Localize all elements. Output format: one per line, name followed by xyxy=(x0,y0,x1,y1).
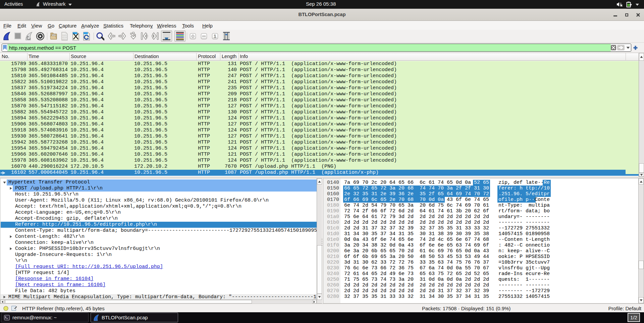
svg-text:0111: 0111 xyxy=(62,38,67,40)
